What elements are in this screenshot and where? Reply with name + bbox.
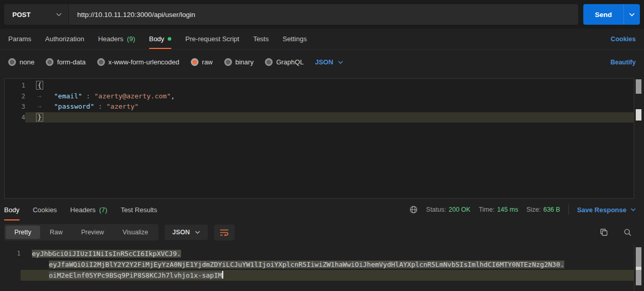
request-body-editor[interactable]: 1 { 2 →"email" : "azerty@azerty.com", 3 … bbox=[4, 78, 634, 199]
word-wrap-button[interactable] bbox=[214, 225, 235, 241]
time-badge: Time: 145 ms bbox=[479, 206, 518, 213]
cookies-link[interactable]: Cookies bbox=[611, 29, 636, 49]
status-badge: Status: 200 OK bbox=[426, 206, 470, 213]
view-preview[interactable]: Preview bbox=[73, 226, 113, 239]
copy-icon[interactable] bbox=[600, 228, 608, 236]
body-type-x-www-form-urlencoded[interactable]: x-www-form-urlencoded bbox=[97, 58, 180, 66]
beautify-link[interactable]: Beautify bbox=[611, 59, 636, 66]
raw-language-selector[interactable]: JSON bbox=[315, 58, 343, 66]
tab-pre-request-script[interactable]: Pre-request Script bbox=[185, 29, 239, 49]
text-cursor bbox=[222, 271, 223, 279]
chevron-down-icon bbox=[338, 61, 343, 64]
response-tab-test-results[interactable]: Test Results bbox=[121, 199, 157, 220]
line-number: 1 bbox=[0, 248, 21, 259]
save-response-button[interactable]: Save Response bbox=[577, 206, 636, 214]
jwt-payload-segment: eyJfaWQiOiI2MjBlY2Y2Y2FiMjEyYzA0NjE1Yjdm… bbox=[49, 261, 564, 268]
response-tab-headers[interactable]: Headers (7) bbox=[70, 199, 108, 220]
method-selector[interactable]: POST bbox=[4, 4, 69, 25]
line-number: 2 bbox=[5, 91, 25, 102]
radio-selected-icon bbox=[191, 58, 199, 66]
body-type-form-data[interactable]: form-data bbox=[46, 58, 86, 66]
radio-icon bbox=[46, 58, 53, 66]
response-line: 1 eyJhbGciOiJIUzI1NiIsInR5cCI6IkpXVCJ9. bbox=[0, 248, 644, 259]
radio-icon bbox=[97, 58, 105, 66]
response-meta: Status: 200 OK Time: 145 ms Size: 636 B … bbox=[409, 199, 636, 220]
postman-request-window: POST http://10.10.11.120:3000/api/user/l… bbox=[0, 0, 644, 291]
send-button[interactable]: Send bbox=[583, 4, 623, 25]
response-tool-icons bbox=[600, 228, 632, 236]
request-url-bar: POST http://10.10.11.120:3000/api/user/l… bbox=[0, 0, 644, 29]
radio-icon bbox=[8, 58, 16, 66]
response-tab-body[interactable]: Body bbox=[4, 199, 20, 220]
radio-icon bbox=[265, 58, 273, 66]
response-line-wrapped: eyJfaWQiOiI2MjBlY2Y2Y2FiMjEyYzA0NjE1Yjdm… bbox=[0, 259, 644, 270]
close-brace: } bbox=[36, 113, 43, 122]
send-options-button[interactable] bbox=[623, 4, 640, 25]
body-type-selector: none form-data x-www-form-urlencoded raw… bbox=[0, 50, 644, 74]
url-input[interactable]: http://10.10.11.120:3000/api/user/login bbox=[69, 4, 578, 25]
method-label: POST bbox=[12, 11, 30, 19]
response-view-switcher: Pretty Raw Preview Visualize bbox=[4, 224, 158, 241]
word-wrap-icon bbox=[220, 229, 229, 236]
response-tab-cookies[interactable]: Cookies bbox=[33, 199, 57, 220]
view-raw[interactable]: Raw bbox=[41, 226, 71, 239]
jwt-signature-segment: oiM2eElnf05YPc9BSq9PiP8S8KCJh7lvhjo1x-sa… bbox=[49, 271, 222, 279]
view-pretty[interactable]: Pretty bbox=[6, 226, 40, 239]
editor-line: 1 { bbox=[5, 80, 634, 91]
indent-marker-icon: → bbox=[38, 101, 54, 112]
editor-line: 2 →"email" : "azerty@azerty.com", bbox=[5, 91, 634, 102]
indent-marker-icon: → bbox=[38, 91, 54, 102]
response-body-viewer[interactable]: 1 eyJhbGciOiJIUzI1NiIsInR5cCI6IkpXVCJ9. … bbox=[0, 244, 644, 291]
body-type-graphql[interactable]: GraphQL bbox=[265, 58, 303, 66]
url-text: http://10.10.11.120:3000/api/user/login bbox=[77, 11, 195, 19]
body-type-binary[interactable]: binary bbox=[224, 58, 254, 66]
response-headers-count-badge: (7) bbox=[99, 206, 108, 214]
tab-body[interactable]: Body bbox=[149, 29, 172, 49]
view-visualize[interactable]: Visualize bbox=[114, 226, 157, 239]
response-line-current: oiM2eElnf05YPc9BSq9PiP8S8KCJh7lvhjo1x-sa… bbox=[0, 270, 644, 281]
chevron-down-icon bbox=[56, 13, 62, 16]
globe-icon[interactable] bbox=[409, 206, 418, 214]
tab-headers[interactable]: Headers (9) bbox=[98, 29, 135, 49]
editor-cursor-marker bbox=[636, 109, 641, 121]
response-header: Body Cookies Headers (7) Test Results St… bbox=[0, 199, 644, 220]
response-scrollbar-track bbox=[634, 244, 634, 291]
editor-scrollbar-thumb[interactable] bbox=[636, 79, 641, 94]
response-toolbar: Pretty Raw Preview Visualize JSON bbox=[0, 220, 644, 244]
jwt-header-segment: eyJhbGciOiJIUzI1NiIsInR5cCI6IkpXVCJ9. bbox=[32, 250, 181, 258]
size-badge: Size: 636 B bbox=[526, 206, 560, 213]
divider bbox=[568, 204, 569, 215]
tab-tests[interactable]: Tests bbox=[253, 29, 269, 49]
body-modified-dot bbox=[168, 37, 171, 41]
request-tabs: Params Authorization Headers (9) Body Pr… bbox=[0, 29, 644, 49]
search-icon[interactable] bbox=[623, 228, 632, 236]
editor-line-current: 4 } bbox=[5, 112, 634, 123]
body-type-none[interactable]: none bbox=[8, 58, 34, 66]
response-language-selector[interactable]: JSON bbox=[165, 225, 208, 240]
open-brace: { bbox=[36, 81, 43, 90]
tab-settings[interactable]: Settings bbox=[282, 29, 307, 49]
request-body-section: 1 { 2 →"email" : "azerty@azerty.com", 3 … bbox=[0, 78, 644, 199]
chevron-down-icon bbox=[629, 13, 635, 16]
editor-line: 3 →"password" : "azerty" bbox=[5, 101, 634, 112]
line-number: 4 bbox=[5, 112, 25, 123]
radio-icon bbox=[224, 58, 232, 66]
line-number: 3 bbox=[5, 101, 25, 112]
chevron-down-icon bbox=[195, 231, 200, 234]
line-number: 1 bbox=[5, 80, 25, 91]
tab-params[interactable]: Params bbox=[8, 29, 31, 49]
tab-authorization[interactable]: Authorization bbox=[45, 29, 84, 49]
response-scrollbar-thumb[interactable] bbox=[636, 247, 641, 285]
send-button-group: Send bbox=[583, 4, 640, 25]
chevron-down-icon bbox=[631, 208, 636, 211]
body-type-raw[interactable]: raw bbox=[191, 58, 213, 66]
headers-count-badge: (9) bbox=[127, 35, 135, 43]
response-cursor-marker bbox=[636, 267, 641, 270]
